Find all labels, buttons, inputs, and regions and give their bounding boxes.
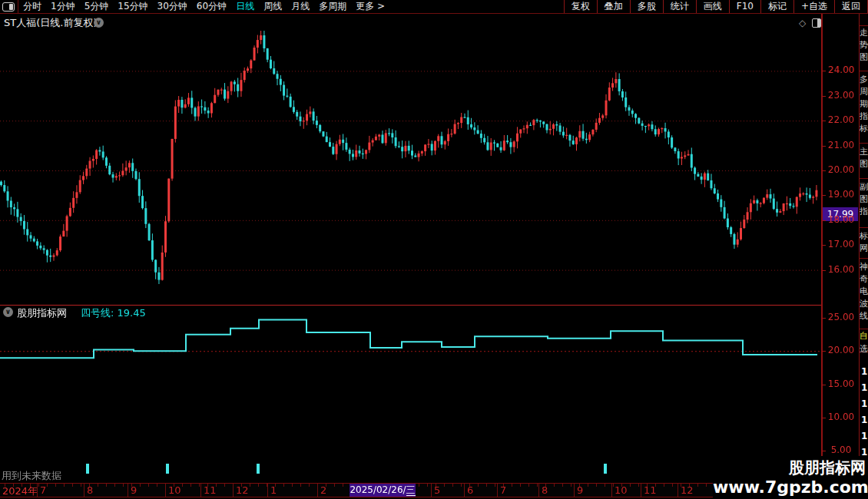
period-tab-多周期[interactable]: 多周期 [319,0,346,13]
main-price-tick [822,71,826,71]
layout-panel-icon[interactable] [2,2,15,12]
month-label: 7 [500,484,506,496]
sidebar-vertical-label-char[interactable]: 网 [860,244,868,253]
sidebar-vertical-label-char[interactable]: 多 [860,75,868,84]
sidebar-vertical-label-char[interactable]: 势 [860,41,868,50]
sidebar-vertical-label-char[interactable]: 主 [860,147,868,157]
date-minor-tick [157,484,157,487]
sidebar-vertical-label-char[interactable]: 波 [860,299,868,309]
period-tab-60分钟[interactable]: 60分钟 [197,0,227,13]
main-price-tick [822,195,826,196]
date-minor-tick [528,484,529,487]
date-minor-tick [554,484,555,487]
period-tab-日线[interactable]: 日线 [236,0,254,13]
main-price-tick [822,220,826,221]
month-label: 10 [615,484,628,496]
toolbar-actions: 复权叠加多股统计画线F10标记+自选返回 [564,0,868,13]
sidebar-vertical-label-char[interactable]: 指 [860,112,868,121]
toolbar-action-复权[interactable]: 复权 [564,0,597,13]
period-tab-月线[interactable]: 月线 [291,0,310,13]
month-separator [267,484,268,497]
current-date-badge: 2025/02/26/三 [350,484,416,497]
indicator-chart[interactable] [0,306,822,482]
sidebar-vertical-label-char[interactable]: 选 [860,345,868,354]
date-minor-tick [495,484,495,487]
date-minor-tick [697,484,698,487]
period-tab-更多 >[interactable]: 更多 > [356,0,385,13]
date-minor-tick [22,484,22,487]
date-minor-tick [512,484,512,487]
sidebar-vertical-label-char[interactable]: 标 [860,124,868,134]
toolbar-action-统计[interactable]: 统计 [663,0,696,13]
date-minor-tick [30,484,31,487]
current-weekday-text: 三 [406,484,416,496]
date-minor-tick [300,484,301,487]
sidebar-vertical-label-char[interactable]: 标 [860,232,868,241]
month-label: 7 [40,484,46,496]
month-separator [128,484,128,497]
toolbar-action-画线[interactable]: 画线 [696,0,729,13]
toolbar-action-F10[interactable]: F10 [729,0,760,13]
toolbar-action-叠加[interactable]: 叠加 [597,0,630,13]
indicator-value-tick [822,351,826,352]
panel-separator [0,305,822,306]
sidebar-vertical-label-char[interactable]: 电 [860,287,868,296]
period-tab-5分钟[interactable]: 5分钟 [84,0,109,13]
date-minor-tick [419,484,419,487]
date-minor-tick [258,484,259,487]
toolbar-action-返回[interactable]: 返回 [834,0,867,13]
sidebar-list-number[interactable]: 1 [861,383,867,393]
main-price-label: 17.00 [825,239,857,250]
month-separator [678,484,678,497]
month-label: 1 [270,484,277,496]
main-price-label: 18.00 [825,214,857,226]
month-label: 2 [320,484,326,496]
main-price-tick [822,270,826,271]
month-label: 12 [236,484,249,496]
sidebar-vertical-label-char[interactable]: 走 [860,28,868,38]
sidebar-vertical-label-char[interactable]: 图 [860,195,868,204]
period-tab-15分钟[interactable]: 15分钟 [118,0,147,13]
toolbar-action-+自选[interactable]: +自选 [793,0,834,13]
sidebar-vertical-label-char[interactable]: 指 [860,207,868,216]
date-minor-tick [638,484,639,487]
candlestick-chart[interactable] [0,31,822,306]
month-separator [200,484,201,497]
indicator-value-label: 15.00 [825,378,857,390]
diamond-icon[interactable]: ◇ [799,18,806,28]
sidebar-vertical-label-char[interactable]: 线 [860,312,868,321]
indicator-value-label: 20.00 [825,345,857,356]
current-date-text: 2025/02/26/ [350,484,406,495]
month-separator [641,484,641,497]
date-minor-tick [571,484,571,487]
sidebar-list-number[interactable]: 1 [861,399,867,409]
date-minor-tick [47,484,48,487]
sidebar-vertical-label-char[interactable]: 图 [860,53,868,62]
main-price-label: 20.00 [825,164,857,176]
main-price-label: 19.00 [825,189,857,200]
period-tab-分时[interactable]: 分时 [23,0,41,13]
sidebar-vertical-label-char[interactable]: 期 [860,100,868,109]
sidebar-vertical-label-char[interactable]: 神 [860,263,868,272]
indicator-value-tick [822,418,826,418]
toolbar-action-多股[interactable]: 多股 [630,0,663,13]
period-tab-30分钟[interactable]: 30分钟 [157,0,187,13]
sidebar-vertical-label-char[interactable]: 图 [860,160,868,169]
sidebar-list-number[interactable]: 1 [861,415,867,425]
date-minor-tick [706,484,707,487]
split-panel-icon[interactable] [812,18,821,28]
sidebar-vertical-label-char[interactable]: 奇 [860,275,868,284]
date-minor-tick [596,484,597,487]
period-tab-周线[interactable]: 周线 [263,0,282,13]
date-minor-tick [537,484,538,487]
sidebar-vertical-label-char[interactable]: 周 [860,88,868,97]
sidebar-vertical-label-char[interactable]: 副 [860,183,868,192]
sidebar-list-number[interactable]: 1 [861,431,867,441]
sidebar-vertical-label-char[interactable]: 自 [860,332,868,341]
sidebar-list-number[interactable]: 1 [861,367,867,377]
main-price-label: 23.00 [825,90,857,101]
toolbar-action-标记[interactable]: 标记 [760,0,793,13]
chevron-down-icon[interactable]: ∨ [94,18,104,28]
period-tab-1分钟[interactable]: 1分钟 [51,0,75,13]
right-sidebar: 走势图多周期指标主图副图指标网神奇电波线自选11111111 [859,14,868,497]
